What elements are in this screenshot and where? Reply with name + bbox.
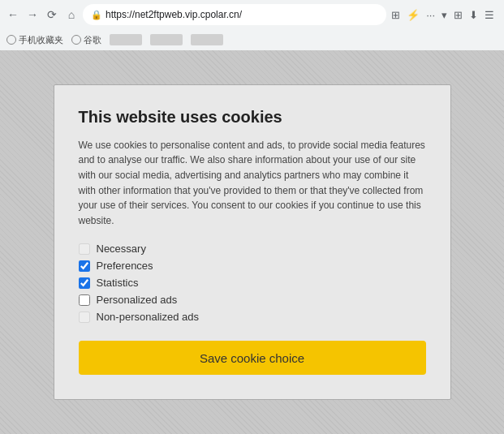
more-icon[interactable]: ··· xyxy=(426,9,435,21)
option-label-3: Personalized ads xyxy=(97,294,178,306)
menu-icon[interactable]: ☰ xyxy=(485,9,494,21)
checkbox-necessary xyxy=(79,243,90,255)
nav-icons: ← → ⟳ ⌂ xyxy=(6,8,78,21)
checkbox-non-personalized-ads xyxy=(79,312,90,323)
bookmark-mobile[interactable]: 手机收藏夹 xyxy=(6,34,63,46)
lock-icon: 🔒 xyxy=(91,10,102,20)
main-area: This website uses cookies We use cookies… xyxy=(0,50,504,434)
browser-right-icons: ⊞ ⚡ ··· ▾ ⊞ ⬇ ☰ xyxy=(391,9,498,21)
cookie-options: NecessaryPreferencesStatisticsPersonaliz… xyxy=(79,243,426,323)
globe-icon-2 xyxy=(71,35,81,45)
grid-icon[interactable]: ⊞ xyxy=(454,9,463,21)
reload-icon[interactable]: ⟳ xyxy=(45,8,58,21)
cookie-option-personalized-ads: Personalized ads xyxy=(79,294,426,306)
cookie-option-preferences: Preferences xyxy=(79,260,426,272)
cookie-option-non-personalized-ads: Non-personalized ads xyxy=(79,311,426,323)
bookmark-rect-2 xyxy=(150,34,183,45)
option-label-0: Necessary xyxy=(97,243,146,255)
home-icon[interactable]: ⌂ xyxy=(65,8,78,21)
checkbox-statistics[interactable] xyxy=(79,277,90,289)
forward-icon[interactable]: → xyxy=(26,8,39,21)
bookmark-google-label: 谷歌 xyxy=(84,34,101,46)
cookie-dialog: This website uses cookies We use cookies… xyxy=(54,84,451,401)
back-icon[interactable]: ← xyxy=(6,8,19,21)
dropdown-icon[interactable]: ▾ xyxy=(442,9,447,21)
lightning-icon[interactable]: ⚡ xyxy=(407,9,420,21)
bookmark-rect-3 xyxy=(191,34,223,45)
dialog-title: This website uses cookies xyxy=(79,108,426,127)
url-text: https://net2ftpweb.vip.cpolar.cn/ xyxy=(106,9,242,20)
translate-icon[interactable]: ⊞ xyxy=(391,9,400,21)
cookie-option-statistics: Statistics xyxy=(79,277,426,289)
address-bar[interactable]: 🔒 https://net2ftpweb.vip.cpolar.cn/ xyxy=(83,4,386,25)
save-cookie-button[interactable]: Save cookie choice xyxy=(79,341,426,375)
bookmark-google[interactable]: 谷歌 xyxy=(71,34,101,46)
option-label-1: Preferences xyxy=(97,260,153,272)
dialog-body: We use cookies to personalise content an… xyxy=(79,138,426,229)
option-label-2: Statistics xyxy=(97,277,139,289)
cookie-option-necessary: Necessary xyxy=(79,243,426,255)
download-icon[interactable]: ⬇ xyxy=(469,9,478,21)
option-label-4: Non-personalized ads xyxy=(97,311,199,323)
bookmark-rect-1 xyxy=(110,34,142,45)
bookmark-mobile-label: 手机收藏夹 xyxy=(19,34,63,46)
browser-chrome: ← → ⟳ ⌂ 🔒 https://net2ftpweb.vip.cpolar.… xyxy=(0,0,504,50)
checkbox-personalized-ads[interactable] xyxy=(79,294,90,306)
bookmarks-bar: 手机收藏夹 谷歌 xyxy=(0,29,504,50)
globe-icon xyxy=(6,35,16,45)
checkbox-preferences[interactable] xyxy=(79,260,90,272)
